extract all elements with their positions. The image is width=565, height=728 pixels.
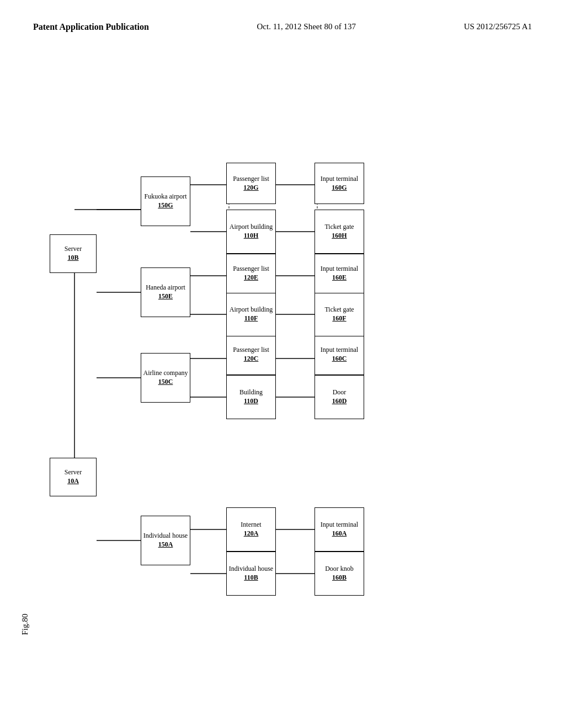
server-10A-id: 10A xyxy=(67,477,79,486)
server-10B: Server 10B xyxy=(50,234,97,273)
door-160D-id: 160D xyxy=(332,397,347,406)
input-terminal-160E: Input terminal 160E xyxy=(315,254,364,293)
publication-number: US 2012/256725 A1 xyxy=(464,22,532,31)
publication-title: Patent Application Publication xyxy=(33,22,149,32)
input-terminal-160G: Input terminal 160G xyxy=(315,163,364,204)
connector-lines xyxy=(33,77,543,684)
haneda-airport-150E-id: 150E xyxy=(158,292,173,301)
airline-company-150C-label: Airline company xyxy=(143,369,188,378)
airport-building-110H: Airport building 110H xyxy=(226,210,276,254)
internet-120A-id: 120A xyxy=(244,529,259,538)
input-terminal-160C-id: 160C xyxy=(332,355,347,363)
individual-house-110B-label: Individual house xyxy=(229,565,273,574)
ticket-gate-160F-id: 160F xyxy=(332,314,346,323)
input-terminal-160C-label: Input terminal xyxy=(321,346,358,355)
door-knob-160B-label: Door knob xyxy=(325,565,354,574)
figure-label: Fig.80 xyxy=(20,614,30,635)
ticket-gate-160H-label: Ticket gate xyxy=(324,223,354,232)
door-160D: Door 160D xyxy=(315,375,364,419)
passenger-list-120E: Passenger list 120E xyxy=(226,254,276,293)
individual-house-110B: Individual house 110B xyxy=(226,552,276,596)
airport-building-110H-label: Airport building xyxy=(230,223,273,232)
fukuoka-airport-150G-id: 150G xyxy=(158,201,173,210)
individual-house-150A-label: Individual house xyxy=(143,532,188,540)
internet-120A: Internet 120A xyxy=(226,507,276,552)
server-10B-label: Server xyxy=(65,245,82,254)
haneda-airport-150E: Haneda airport 150E xyxy=(141,267,190,317)
input-terminal-160C: Input terminal 160C xyxy=(315,334,364,375)
fukuoka-airport-150G: Fukuoka airport 150G xyxy=(141,176,190,226)
door-160D-label: Door xyxy=(333,388,347,397)
passenger-list-120C-id: 120C xyxy=(244,355,259,363)
individual-house-150A: Individual house 150A xyxy=(141,516,190,565)
internet-120A-label: Internet xyxy=(241,521,261,529)
airport-building-110F-id: 110F xyxy=(244,314,258,323)
door-knob-160B: Door knob 160B xyxy=(315,552,364,596)
page-header: Patent Application Publication Oct. 11, … xyxy=(0,0,565,43)
passenger-list-120G-label: Passenger list xyxy=(233,175,269,184)
server-10A-label: Server xyxy=(65,468,82,477)
passenger-list-120C: Passenger list 120C xyxy=(226,334,276,375)
passenger-list-120G: Passenger list 120G xyxy=(226,163,276,204)
input-terminal-160E-label: Input terminal xyxy=(321,265,358,274)
airline-company-150C: Airline company 150C xyxy=(141,353,190,403)
publication-date-sheet: Oct. 11, 2012 Sheet 80 of 137 xyxy=(257,22,356,31)
ticket-gate-160F-label: Ticket gate xyxy=(324,306,354,314)
individual-house-110B-id: 110B xyxy=(244,574,258,582)
fukuoka-airport-150G-label: Fukuoka airport xyxy=(145,192,187,201)
airport-building-110F-label: Airport building xyxy=(230,306,273,314)
haneda-airport-150E-label: Haneda airport xyxy=(146,283,185,292)
input-terminal-160G-label: Input terminal xyxy=(321,175,358,184)
ticket-gate-160H-id: 160H xyxy=(332,232,347,240)
airline-company-150C-id: 150C xyxy=(158,378,173,387)
ticket-gate-160F: Ticket gate 160F xyxy=(315,292,364,336)
building-110D: Building 110D xyxy=(226,375,276,419)
passenger-list-120C-label: Passenger list xyxy=(233,346,269,355)
individual-house-150A-id: 150A xyxy=(158,540,173,549)
input-terminal-160A: Input terminal 160A xyxy=(315,507,364,552)
building-110D-label: Building xyxy=(239,388,263,397)
server-10B-id: 10B xyxy=(67,254,78,263)
building-110D-id: 110D xyxy=(244,397,258,406)
diagram-area: Server 10A Server 10B Individual house 1… xyxy=(33,77,543,684)
airport-building-110H-id: 110H xyxy=(244,232,259,240)
input-terminal-160E-id: 160E xyxy=(332,274,347,282)
passenger-list-120G-id: 120G xyxy=(243,184,258,192)
airport-building-110F: Airport building 110F xyxy=(226,292,276,336)
passenger-list-120E-id: 120E xyxy=(244,274,258,282)
input-terminal-160A-label: Input terminal xyxy=(321,521,358,529)
input-terminal-160A-id: 160A xyxy=(332,529,347,538)
ticket-gate-160H: Ticket gate 160H xyxy=(315,210,364,254)
server-10A: Server 10A xyxy=(50,458,97,496)
passenger-list-120E-label: Passenger list xyxy=(233,265,269,274)
input-terminal-160G-id: 160G xyxy=(332,184,347,192)
door-knob-160B-id: 160B xyxy=(332,574,347,582)
